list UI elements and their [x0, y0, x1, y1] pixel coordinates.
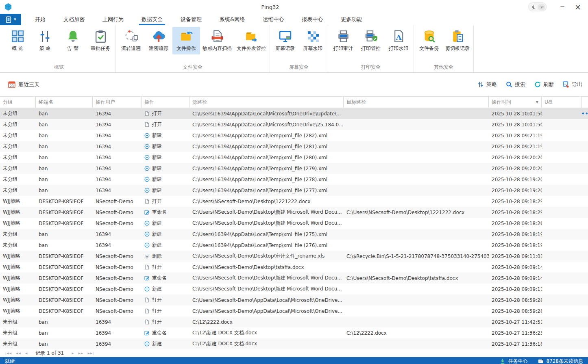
cell-time: 2025-10-27 11:36:23 [489, 330, 542, 336]
tab-device-management[interactable]: 设备管理 [172, 14, 211, 25]
ribbon-item-overview[interactable]: 概 览 [4, 27, 31, 54]
table-row[interactable]: WJJ策略DESKTOP-K85IEOFNSecsoft-Demo打开C:\Us… [0, 306, 588, 316]
ribbon-item-content-scan[interactable]: 敏感内容扫描 [200, 27, 234, 54]
column-header-user[interactable]: 操作用户 [93, 97, 142, 108]
cell-group: 未分组 [0, 132, 36, 139]
theme-toggle[interactable] [528, 2, 547, 11]
cell-user: 16394 [93, 144, 142, 150]
close-button[interactable]: × [571, 1, 585, 13]
table-row[interactable]: WJJ策略DESKTOP-K85IEOFNSecsoft-Demo删除C:\Us… [0, 251, 588, 262]
table-row[interactable]: 未分组ban16394重命名C:\12\新建 DOCX 文档.docxC:\12… [0, 327, 588, 338]
cell-user: 16394 [93, 122, 142, 128]
table-row[interactable]: WJJ策略DESKTOP-K85IEOFNSecsoft-Demo打开C:\Us… [0, 196, 588, 207]
leak-trace-icon [152, 30, 166, 43]
ribbon-item-file-outgoing-control[interactable]: 文件外发管控 [234, 27, 268, 54]
page-next-group-button[interactable]: ▶▶ [76, 352, 86, 355]
statusbar-unread-messages[interactable]: 8728条未读信息 [538, 358, 583, 364]
column-header-time[interactable]: 操作时间▼ [489, 97, 542, 108]
column-header-op[interactable]: 操作 [142, 97, 189, 108]
ribbon-item-screen-record[interactable]: 屏幕记录 [271, 27, 299, 54]
table-row[interactable]: WJJ策略DESKTOP-K85IEOFNSecsoft-Demo新建C:\Us… [0, 284, 588, 295]
page-prev-group-button[interactable]: ◀◀ [14, 352, 23, 355]
cell-terminal: ban [36, 319, 93, 325]
column-header-usb[interactable]: U盘 [542, 97, 581, 108]
toolbar-search-button[interactable]: 搜索 [506, 81, 525, 88]
table-row[interactable]: 未分组ban16394新建C:\Users\16394\AppData\Loca… [0, 174, 588, 185]
table-row[interactable]: WJJ策略DESKTOP-K85IEOFNSecsoft-Demo打开C:\Us… [0, 295, 588, 306]
light-mode-sun-icon[interactable] [538, 4, 545, 11]
column-header-source[interactable]: 源路径 [189, 97, 344, 108]
new-icon [144, 177, 150, 182]
ribbon-item-clipboard-record[interactable]: 剪切板记录 [443, 27, 472, 54]
column-header-terminal[interactable]: 终端名 [36, 97, 93, 108]
cell-operation: 新建 [142, 176, 189, 183]
row-more-button[interactable]: ••• [581, 111, 588, 117]
cell-user: NSecsoft-Demo [93, 286, 142, 292]
table-row[interactable]: 未分组ban16394新建C:\Users\16394\AppData\Loca… [0, 152, 588, 163]
ribbon-item-leak-trace[interactable]: 泄密追踪 [145, 27, 172, 54]
ribbon-item-print-audit[interactable]: 打印审计 [329, 27, 357, 54]
tab-doc-encryption[interactable]: 文档加密 [54, 14, 94, 25]
table-row[interactable]: 未分组ban16394新建C:\12\新建 DOCX 文档.docx2025-1… [0, 338, 588, 349]
ribbon-group-print-security: 打印审计打印管控A打印水印打印安全 [328, 25, 414, 72]
table-row[interactable]: 未分组ban16394新建C:\Users\16394\AppData\Loca… [0, 240, 588, 251]
page-last-button[interactable]: ▶▶| [85, 352, 96, 355]
cell-operation: 打开 [142, 198, 189, 205]
table-row[interactable]: 未分组ban16394新建C:\Users\16394\AppData\Loca… [0, 229, 588, 240]
cell-source-path: C:\Users\16394\AppData\Local\Temp\xml_fi… [189, 144, 344, 150]
toolbar-policy-button[interactable]: 策略 [477, 81, 497, 88]
toolbar-refresh-button[interactable]: 刷新 [534, 81, 554, 88]
table-row[interactable]: 未分组ban16394新建C:\Users\16394\AppData\Loca… [0, 130, 588, 141]
ribbon-item-approval-tasks[interactable]: 审批任务 [87, 27, 114, 54]
ribbon-item-print-control[interactable]: 打印管控 [357, 27, 385, 54]
table-row[interactable]: WJJ策略DESKTOP-K85IEOFNSecsoft-Demo打开C:\Us… [0, 262, 588, 273]
tab-start[interactable]: 开始 [26, 14, 54, 25]
tab-more-features[interactable]: 更多功能 [332, 14, 371, 25]
column-header-target[interactable]: 目标路径 [344, 97, 489, 108]
column-header-group[interactable]: 分组 [0, 97, 36, 108]
ribbon-item-flow-trace[interactable]: 流转追溯 [117, 27, 145, 54]
table-row[interactable]: 未分组ban16394打开C:\Users\16394\AppData\Loca… [0, 108, 588, 119]
tab-web-behavior[interactable]: 上网行为 [94, 14, 133, 25]
page-first-button[interactable]: |◀◀ [3, 352, 14, 355]
cell-target-path: C:\Users\NSecsoft-Demo\Desktop\1221222.d… [344, 210, 489, 215]
new-icon [144, 232, 150, 237]
open-icon [144, 297, 150, 303]
ribbon-item-screen-watermark[interactable]: 屏幕水印 [299, 27, 327, 54]
cell-user: NSecsoft-Demo [93, 221, 142, 226]
date-range-filter[interactable]: 23 最近三天 [8, 81, 39, 88]
table-row[interactable]: 未分组ban16394打开C:\Users\16394\AppData\Loca… [0, 119, 588, 130]
table-row[interactable]: 未分组ban16394新建C:\Users\16394\AppData\Loca… [0, 185, 588, 196]
statusbar-task-center[interactable]: 任务中心 [500, 358, 527, 364]
ribbon-item-alerts[interactable]: 告 警 [59, 27, 87, 54]
table-row[interactable]: 未分组ban16394新建C:\Users\16394\AppData\Loca… [0, 141, 588, 152]
minimize-button[interactable]: ─ [555, 1, 569, 13]
ribbon-item-policy[interactable]: 策 略 [31, 27, 59, 54]
table-row[interactable]: WJJ策略DESKTOP-K85IEOFNSecsoft-Demo重命名C:\U… [0, 207, 588, 218]
cell-operation: 新建 [142, 143, 189, 150]
tab-report-center[interactable]: 报表中心 [293, 14, 332, 25]
cell-group: WJJ策略 [0, 286, 36, 292]
table-row[interactable]: 未分组ban16394打开C:\12\2222.docx2025-10-27 1… [0, 316, 588, 327]
new-icon [144, 166, 150, 171]
tab-ops-center[interactable]: 运维中心 [254, 14, 293, 25]
screen-record-icon [279, 30, 292, 43]
new-icon [144, 221, 150, 226]
page-next-button[interactable]: ▶ [70, 352, 76, 355]
app-menu-button[interactable]: ▼ [0, 14, 21, 25]
table-row[interactable]: 未分组ban16394新建C:\Users\16394\AppData\Loca… [0, 163, 588, 174]
toolbar-export-button[interactable]: 导出 [563, 81, 582, 88]
cell-time: 2025-10-28 09:19:20 [489, 188, 542, 193]
alerts-icon [66, 30, 80, 43]
page-prev-button[interactable]: ◀ [23, 352, 30, 355]
tab-system-network[interactable]: 系统&网络 [211, 14, 254, 25]
ribbon-item-print-watermark[interactable]: A打印水印 [385, 27, 412, 54]
tab-data-security[interactable]: 数据安全 [133, 14, 172, 25]
table-row[interactable]: WJJ策略DESKTOP-K85IEOFNSecsoft-Demo新建C:\Us… [0, 218, 588, 229]
ribbon-item-file-backup[interactable]: 文件备份 [415, 27, 443, 54]
filter-caret-icon[interactable]: ▼ [536, 97, 538, 107]
dark-mode-moon-icon[interactable] [529, 4, 537, 11]
ribbon-item-file-operations[interactable]: 文件操作 [172, 27, 200, 54]
title-bar: Ping32 ─ × [0, 0, 588, 14]
table-row[interactable]: WJJ策略DESKTOP-K85IEOFNSecsoft-Demo重命名C:\U… [0, 273, 588, 284]
